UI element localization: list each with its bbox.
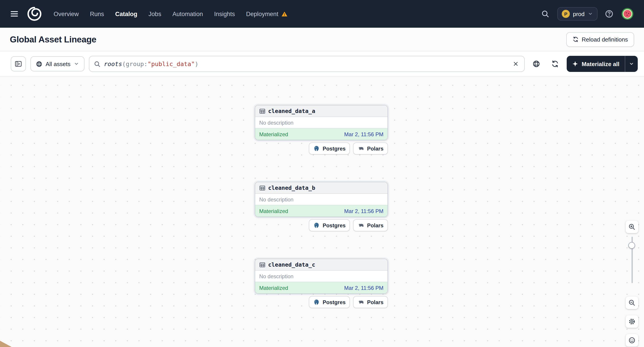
graph-settings-button[interactable] [626,315,638,328]
table-icon [259,108,266,114]
chevron-down-icon [629,61,634,66]
smiley-icon [628,337,636,344]
tag-postgres[interactable]: Postgres [309,219,350,231]
dagster-app: Overview Runs Catalog Jobs Automation In… [0,0,644,347]
magnifier-icon [94,60,100,67]
asset-scope-dropdown[interactable]: All assets [30,56,84,71]
nav-item-automation[interactable]: Automation [172,10,203,17]
materialized-label: Materialized [259,285,288,291]
asset-description: No description [255,271,388,282]
nav-links: Overview Runs Catalog Jobs Automation In… [54,10,288,17]
view-options-button[interactable] [529,57,544,71]
hamburger-menu-icon [10,9,19,18]
asset-status-row: Materialized Mar 2, 11:56 PM [255,128,388,140]
tag-polars[interactable]: Polars [353,219,388,231]
asset-tags-row: Postgres Polars [255,219,388,231]
tag-polars[interactable]: Polars [353,296,388,308]
tag-polars[interactable]: Polars [353,142,388,155]
table-icon [259,262,266,268]
asset-node-header: cleaned_data_c [255,259,388,271]
panel-toggle-icon [15,60,22,67]
settings-gear-icon [628,318,636,325]
hamburger-menu-button[interactable] [8,7,20,20]
asset-status-row: Materialized Mar 2, 11:56 PM [255,282,388,293]
help-button[interactable] [605,9,614,18]
asset-description: No description [255,194,388,205]
postgres-icon [313,299,320,306]
nav-right: P prod [540,7,634,20]
asset-name: cleaned_data_a [268,108,315,114]
globe-icon [532,60,540,68]
table-icon [259,185,266,191]
page-header: Global Asset Lineage Reload definitions [0,28,644,51]
chevron-down-icon [588,11,593,16]
deployment-name: prod [573,10,584,17]
nav-item-deployment[interactable]: Deployment [246,10,288,17]
asset-node-cleaned-data-b[interactable]: cleaned_data_b No description Materializ… [255,182,388,217]
polars-icon [358,299,364,306]
asset-tags-row: Postgres Polars [255,142,388,155]
zoom-in-icon [628,223,636,230]
canvas-corner-artifact [0,341,12,347]
asset-selection-input[interactable]: roots(group:"public_data") [89,56,525,72]
lineage-canvas[interactable]: cleaned_data_a No description Materializ… [0,77,644,347]
refresh-icon [551,60,559,68]
polars-icon [358,145,364,152]
search-button[interactable] [540,9,550,19]
left-panel-toggle-button[interactable] [11,56,26,71]
zoom-slider-thumb[interactable] [628,242,635,249]
nav-item-jobs[interactable]: Jobs [148,10,161,17]
search-icon [541,10,549,18]
asset-node-cleaned-data-a[interactable]: cleaned_data_a No description Materializ… [255,105,388,140]
graph-controls [625,221,639,347]
watermelon-avatar-icon [621,7,634,20]
query-function: roots [104,60,122,67]
asset-name: cleaned_data_b [268,184,315,191]
zoom-out-icon [628,299,636,306]
user-avatar[interactable] [621,7,634,20]
nav-item-overview[interactable]: Overview [54,10,79,17]
materialization-timestamp[interactable]: Mar 2, 11:56 PM [344,131,384,137]
asset-node-header: cleaned_data_b [255,182,388,194]
page-title: Global Asset Lineage [10,34,96,44]
asset-selection-query: roots(group:"public_data") [104,60,198,67]
asset-node-header: cleaned_data_a [255,105,388,117]
asset-description: No description [255,117,388,128]
polars-icon [358,222,364,229]
postgres-icon [313,222,320,229]
materialization-timestamp[interactable]: Mar 2, 11:56 PM [344,208,384,214]
feedback-button[interactable] [626,334,638,347]
deployment-badge: P [562,10,570,18]
warning-icon [281,10,288,17]
chevron-down-icon [74,61,79,66]
asset-tags-row: Postgres Polars [255,296,388,308]
zoom-out-button[interactable] [626,297,638,309]
postgres-icon [313,145,320,152]
clear-query-button[interactable] [512,60,520,68]
materialize-options-button[interactable] [625,56,638,72]
clear-icon [513,61,519,67]
nav-item-runs[interactable]: Runs [90,10,104,17]
sparkle-icon [572,61,578,67]
materialize-all-split-button: Materialize all [567,56,638,72]
materialized-label: Materialized [259,131,288,137]
tag-postgres[interactable]: Postgres [309,142,350,155]
refresh-graph-button[interactable] [548,57,562,71]
top-nav: Overview Runs Catalog Jobs Automation In… [0,0,644,28]
dagster-logo[interactable] [27,6,42,21]
reload-definitions-button[interactable]: Reload definitions [566,32,634,47]
lineage-toolbar: All assets roots(group:"public_data") Ma… [0,51,644,77]
help-icon [605,9,614,18]
asset-status-row: Materialized Mar 2, 11:56 PM [255,205,388,217]
asset-name: cleaned_data_c [268,261,315,268]
materialize-all-button[interactable]: Materialize all [567,56,625,72]
deployment-switcher[interactable]: P prod [557,7,598,20]
nav-item-catalog[interactable]: Catalog [115,10,138,17]
zoom-in-button[interactable] [626,221,638,233]
tag-postgres[interactable]: Postgres [309,296,350,308]
reload-icon [572,36,578,42]
globe-icon [36,60,42,67]
materialization-timestamp[interactable]: Mar 2, 11:56 PM [344,285,384,291]
asset-node-cleaned-data-c[interactable]: cleaned_data_c No description Materializ… [255,259,388,294]
nav-item-insights[interactable]: Insights [214,10,235,17]
